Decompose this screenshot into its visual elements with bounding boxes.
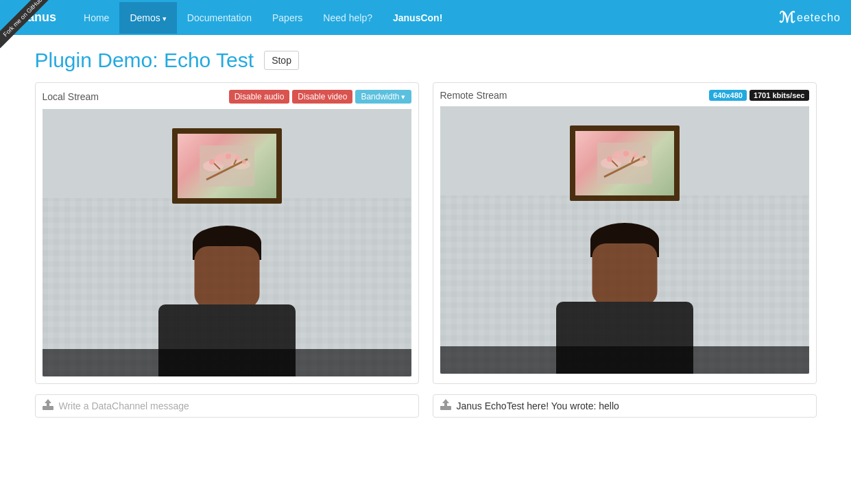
svg-rect-24 [43, 406, 53, 410]
svg-point-20 [614, 152, 619, 158]
svg-point-8 [216, 155, 221, 160]
svg-marker-25 [45, 399, 51, 406]
logo-m-letter: ℳ [779, 9, 795, 27]
local-datachannel-icon [43, 399, 53, 413]
svg-point-23 [640, 157, 644, 161]
svg-rect-26 [440, 406, 451, 410]
scene-bottom [43, 349, 411, 376]
remote-datachannel-panel: Janus EchoTest here! You wrote: hello [433, 394, 817, 418]
page-header: Plugin Demo: Echo Test Stop [35, 49, 817, 72]
datachannel-row: Janus EchoTest here! You wrote: hello [35, 394, 817, 418]
remote-scene-bottom [440, 346, 809, 374]
nav-link-januscon[interactable]: JanusCon! [383, 2, 453, 34]
local-stream-header: Local Stream Disable audio Disable video… [43, 90, 411, 104]
logo-rest-text: eetecho [797, 12, 841, 24]
svg-point-19 [607, 156, 612, 162]
nav-item-januscon[interactable]: JanusCon! [383, 2, 453, 34]
remote-picture-art-icon [597, 143, 652, 184]
datachannel-message: Janus EchoTest here! You wrote: hello [457, 400, 619, 411]
remote-video-scene [440, 106, 809, 374]
local-video-scene [43, 109, 411, 376]
remote-stream-panel: Remote Stream 640x480 1701 kbits/sec [433, 82, 817, 384]
nav-link-demos[interactable]: Demos [119, 2, 176, 34]
fork-ribbon[interactable]: Fork me on GitHub [0, 0, 55, 55]
main-container: Plugin Demo: Echo Test Stop Local Stream… [25, 49, 827, 418]
local-stream-panel: Local Stream Disable audio Disable video… [35, 82, 419, 384]
svg-point-9 [226, 154, 231, 159]
local-stream-label: Local Stream [43, 91, 99, 102]
nav-link-documentation[interactable]: Documentation [177, 2, 262, 34]
bitrate-badge: 1701 kbits/sec [750, 90, 809, 101]
local-video-container [43, 109, 411, 376]
disable-video-button[interactable]: Disable video [292, 90, 352, 104]
nav-menu: Home Demos Documentation Papers Need hel… [73, 2, 453, 34]
resolution-badge: 640x480 [709, 90, 747, 101]
picture-art-icon [200, 145, 254, 187]
nav-link-needhelp[interactable]: Need help? [313, 2, 383, 34]
bandwidth-button[interactable]: Bandwidth [355, 90, 411, 104]
svg-point-11 [242, 160, 246, 164]
nav-link-home[interactable]: Home [73, 2, 119, 34]
navbar-logo: ℳ eetecho [779, 9, 841, 27]
datachannel-input[interactable] [59, 400, 411, 411]
remote-datachannel-icon [440, 399, 451, 413]
upload-icon [43, 399, 53, 410]
remote-stream-controls: 640x480 1701 kbits/sec [709, 90, 808, 101]
nav-link-papers[interactable]: Papers [262, 2, 313, 34]
picture-frame [172, 128, 282, 204]
disable-audio-button[interactable]: Disable audio [229, 90, 290, 104]
svg-point-7 [209, 159, 215, 165]
local-stream-controls: Disable audio Disable video Bandwidth [229, 90, 411, 104]
remote-upload-icon [440, 399, 451, 410]
page-title: Plugin Demo: Echo Test [35, 49, 254, 72]
nav-item-home[interactable]: Home [73, 2, 119, 34]
nav-item-demos[interactable]: Demos [119, 2, 176, 34]
svg-point-22 [633, 152, 638, 158]
remote-picture-frame [570, 125, 680, 201]
remote-picture-inner [575, 131, 674, 195]
remote-stream-label: Remote Stream [440, 90, 507, 101]
nav-item-needhelp[interactable]: Need help? [313, 2, 383, 34]
remote-stream-header: Remote Stream 640x480 1701 kbits/sec [440, 90, 809, 101]
navbar: Fork me on GitHub Janus Home Demos Docum… [0, 0, 851, 35]
svg-point-10 [235, 155, 241, 160]
streams-row: Local Stream Disable audio Disable video… [35, 82, 817, 384]
fork-ribbon-link[interactable]: Fork me on GitHub [0, 0, 53, 48]
svg-marker-27 [442, 399, 449, 406]
stop-button[interactable]: Stop [264, 51, 299, 70]
nav-item-documentation[interactable]: Documentation [177, 2, 262, 34]
picture-inner [178, 134, 276, 198]
remote-video-container [440, 106, 809, 374]
nav-item-papers[interactable]: Papers [262, 2, 313, 34]
svg-point-21 [623, 151, 629, 156]
local-datachannel-panel [35, 394, 419, 418]
